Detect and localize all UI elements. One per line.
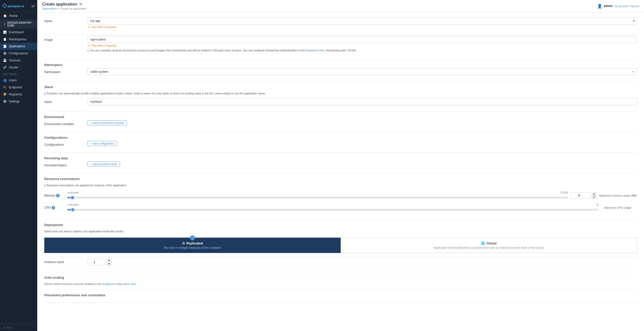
sidebar-item-home[interactable]: 🏠 Home — [0, 12, 37, 20]
registries-view-link[interactable]: Registries View — [306, 49, 325, 52]
add-env-variable-button[interactable]: + add environment variable — [88, 120, 127, 125]
cpu-thumb[interactable] — [71, 208, 75, 212]
name-warn-icon: ⚠ — [88, 25, 90, 29]
sidebar-item-endpoints[interactable]: 🔌 Endpoints — [0, 84, 37, 91]
deployment-options: ✓ ⊙ Replicated Run one or multiple insta… — [44, 238, 637, 253]
breadcrumb-applications-link[interactable]: Applications — [42, 7, 57, 10]
instance-count-wrap: ▲ ▼ — [88, 258, 112, 266]
name-copy-button[interactable]: ⧉ — [633, 19, 635, 23]
sidebar-item-namespaces[interactable]: 📋 Namespaces — [0, 36, 37, 43]
resource-info-icon: ℹ — [44, 183, 46, 188]
image-row: Image ⚠ This field is required. ℹ You ar… — [44, 36, 637, 53]
memory-help-icon[interactable]: ? — [56, 194, 60, 197]
sidebar-item-applications[interactable]: 📄 Applications — [0, 43, 37, 50]
stack-info-icon: ℹ — [44, 92, 46, 96]
sidebar-env: ▼ DOCKER-DESKTOP-KUBE — [0, 20, 37, 29]
registries-label: Registries — [9, 93, 22, 96]
memory-thumb[interactable] — [70, 196, 74, 200]
sidebar-item-users[interactable]: 👥 Users — [0, 77, 37, 84]
memory-decrement-button[interactable]: ▼ — [592, 196, 596, 199]
cpu-help-icon[interactable]: ? — [52, 206, 55, 209]
replicated-option[interactable]: ✓ ⊙ Replicated Run one or multiple insta… — [44, 238, 341, 253]
sidebar: ⬡ portainer.io ⇄ 🏠 Home ▼ DOCKER-DESKTOP… — [0, 0, 37, 331]
configurations-label: Configurations — [44, 141, 85, 146]
env-icon: ▼ — [3, 23, 6, 26]
memory-number-input[interactable] — [571, 193, 591, 199]
image-input[interactable] — [88, 36, 637, 43]
stack-input[interactable] — [88, 98, 637, 105]
portainer-logo-small: ⬡ — [3, 326, 5, 329]
topbar: Create application ↻ Applications > Crea… — [37, 0, 644, 12]
dashboard-label: Dashboard — [9, 30, 24, 34]
cpu-slider-container: unlimited 8 — [67, 203, 598, 212]
namespace-select[interactable]: cattle-system — [88, 68, 637, 75]
endpoint-config-link[interactable]: endpoint configuration view — [102, 282, 136, 285]
users-label: Users — [9, 79, 17, 82]
sidebar-item-cluster[interactable]: 🔗 Cluster — [0, 64, 37, 71]
add-folder-icon: + — [90, 163, 92, 166]
placement-section-title: Placement preferences and constraints — [44, 291, 637, 299]
topbar-user: 👤 admin my account / log out — [597, 4, 639, 9]
sidebar-item-dashboard[interactable]: 📊 Dashboard — [0, 29, 37, 36]
resource-info-text: Resource reservations are applied per in… — [47, 183, 127, 188]
instance-decrement-button[interactable]: ▼ — [107, 262, 111, 266]
cluster-label: Cluster — [9, 66, 18, 69]
replicated-check-icon: ✓ — [190, 235, 195, 240]
breadcrumb-current: Create an application — [60, 7, 87, 10]
persisted-folders-row: Persisted folders + add persisted folder — [44, 162, 637, 167]
resource-info-msg: ℹ Resource reservations are applied per … — [44, 183, 637, 188]
sidebar-version: 2.6.1 — [7, 326, 12, 329]
global-option[interactable]: 🌐 Global Application will be deployed as… — [341, 238, 637, 253]
sidebar-item-registries[interactable]: 📦 Registries — [0, 91, 37, 98]
name-control-wrap: ⧉ ⚠ This field is required. — [88, 17, 637, 29]
page-title-area: Create application ↻ Applications > Crea… — [42, 2, 87, 10]
replicated-desc: Run one or multiple instances of this co… — [50, 246, 335, 249]
namespace-select-wrap: cattle-system — [88, 68, 637, 75]
cpu-slider-labels: unlimited 8 — [67, 203, 598, 206]
settings-label: Settings — [9, 100, 20, 103]
persisting-data-section: Persisting data Persisted folders + add … — [44, 154, 637, 173]
memory-slider-container: unlimited 12959 — [67, 191, 568, 200]
env-variables-label: Environment variables — [44, 120, 85, 126]
add-folder-label: add persisted folder — [93, 163, 117, 166]
settings-section-label: SETTINGS — [0, 71, 37, 77]
name-input[interactable] — [88, 17, 637, 24]
registries-icon: 📦 — [3, 93, 7, 96]
instance-increment-button[interactable]: ▲ — [107, 259, 111, 262]
sidebar-item-volumes[interactable]: 💾 Volumes — [0, 57, 37, 64]
log-out-link[interactable]: log out — [631, 5, 639, 8]
add-persisted-folder-button[interactable]: + add persisted folder — [88, 162, 120, 167]
cpu-min-label: unlimited — [67, 203, 78, 206]
instance-count-input[interactable] — [88, 259, 105, 265]
stack-info-text: Portainer can automatically bundle multi… — [47, 91, 266, 96]
memory-increment-button[interactable]: ▲ — [592, 193, 596, 196]
instance-count-row: Instance count ▲ ▼ — [44, 258, 637, 266]
deployment-section: Deployment Select how you want to deploy… — [44, 220, 637, 257]
name-error: ⚠ This field is required. — [88, 25, 637, 29]
applications-label: Applications — [9, 45, 25, 48]
memory-max-usage-label: Maximum memory usage (MB) — [599, 194, 637, 197]
stack-section-title: Stack — [44, 83, 637, 90]
username-label: admin — [604, 4, 613, 8]
form-content: Name ⧉ ⚠ This field is required. Image — [37, 12, 644, 331]
add-configuration-button[interactable]: + add configuration — [88, 141, 117, 146]
endpoints-icon: 🔌 — [3, 86, 7, 89]
sidebar-toggle-icon[interactable]: ⇄ — [31, 4, 35, 8]
sidebar-item-settings[interactable]: ⚙️ Settings — [0, 98, 37, 105]
add-env-label: add environment variable — [93, 121, 124, 124]
cpu-slider-track — [67, 207, 598, 212]
sidebar-item-configurations[interactable]: ⚙️ Configurations — [0, 50, 37, 57]
breadcrumb: Applications > Create an application — [42, 7, 87, 10]
applications-icon: 📄 — [3, 45, 7, 48]
refresh-icon[interactable]: ↻ — [79, 2, 82, 6]
resource-section-title: Resource reservations — [44, 174, 637, 182]
settings-icon: ⚙️ — [3, 100, 7, 103]
cpu-max-usage-label: Maximum CPU usage — [604, 206, 637, 209]
stack-label: Stack — [44, 98, 85, 104]
stack-control-wrap — [88, 98, 637, 105]
users-icon: 👥 — [3, 79, 7, 82]
configurations-row: Configurations + add configuration — [44, 141, 637, 146]
my-account-link[interactable]: my account — [614, 5, 628, 8]
user-icon: 👤 — [597, 4, 602, 9]
configurations-label: Configurations — [9, 52, 28, 55]
